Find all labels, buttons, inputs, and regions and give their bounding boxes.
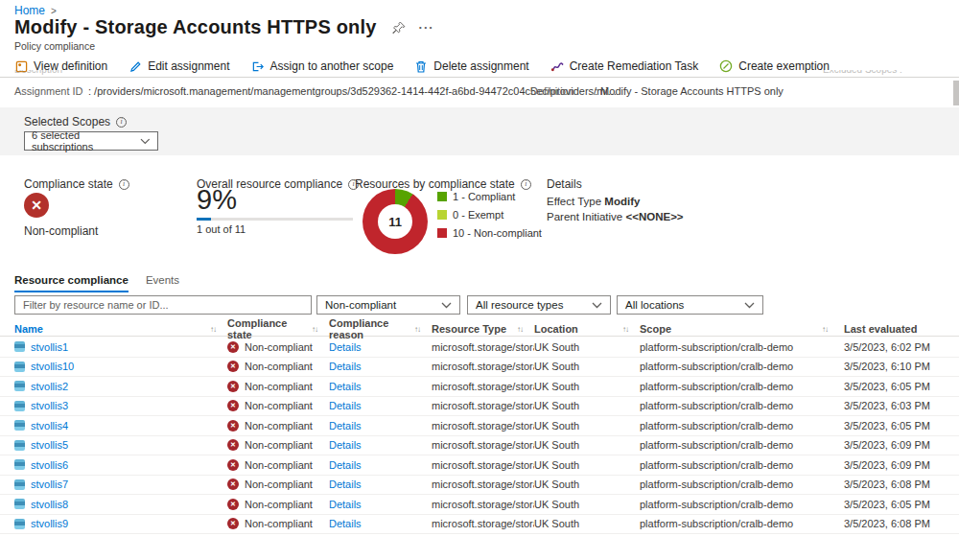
scope-cell: platform-subscription/cralb-demo	[640, 459, 839, 471]
details-link[interactable]: Details	[329, 400, 362, 411]
last-evaluated-cell: 3/5/2023, 6:02 PM	[839, 341, 959, 353]
resource-name-link[interactable]: stvollis7	[31, 478, 68, 490]
last-evaluated-cell: 3/5/2023, 6:08 PM	[839, 478, 959, 490]
location-filter-value: All locations	[625, 299, 684, 311]
info-icon: i	[116, 117, 127, 128]
selected-scopes-label: Selected Scopes i	[24, 115, 127, 128]
details-link[interactable]: Details	[329, 459, 362, 471]
details-link[interactable]: Details	[329, 420, 362, 432]
compliance-state-text: Non-compliant	[245, 361, 313, 372]
resource-name-link[interactable]: stvollis3	[31, 400, 68, 411]
table-row[interactable]: stvollis4 ✕ Non-compliant Details micros…	[0, 416, 959, 436]
storage-account-icon	[14, 479, 25, 490]
page-title: Modify - Storage Accounts HTTPS only	[14, 16, 377, 38]
storage-account-icon	[14, 341, 25, 352]
sort-icon[interactable]: ↑↓	[517, 325, 523, 334]
selected-scopes-dropdown[interactable]: 6 selected subscriptions	[24, 131, 158, 151]
chevron-down-icon	[140, 138, 151, 145]
last-evaluated-cell: 3/5/2023, 6:08 PM	[839, 518, 959, 529]
storage-account-icon	[14, 362, 25, 372]
parent-initiative-label: Parent Initiative	[547, 211, 622, 222]
compliance-state-text: Non-compliant	[245, 400, 313, 411]
location-cell: UK South	[534, 478, 640, 490]
resource-name-link[interactable]: stvollis5	[31, 439, 68, 451]
compliance-state-text: Non-compliant	[245, 459, 313, 471]
column-label: Resource Type	[432, 323, 506, 335]
legend-swatch-noncompliant	[437, 228, 447, 238]
storage-account-icon	[14, 440, 25, 451]
non-compliant-icon: ✕	[227, 478, 239, 490]
compliance-state-cell: ✕ Non-compliant	[227, 439, 329, 451]
sort-icon[interactable]: ↑↓	[622, 325, 628, 334]
legend-label: 1 - Compliant	[453, 191, 515, 202]
resource-type-cell: microsoft.storage/storag...	[432, 361, 534, 372]
sort-icon[interactable]: ↑↓	[414, 325, 420, 334]
clipped-description-label: Description	[14, 70, 62, 75]
details-link[interactable]: Details	[329, 499, 362, 510]
name-cell: stvollis1	[14, 341, 227, 353]
storage-account-icon	[14, 401, 25, 411]
details-link[interactable]: Details	[329, 518, 362, 529]
compliance-state-filter-dropdown[interactable]: Non-compliant	[316, 295, 460, 315]
resource-name-link[interactable]: stvollis1	[31, 341, 68, 353]
page-subtitle: Policy compliance	[14, 40, 95, 52]
details-link[interactable]: Details	[329, 381, 362, 392]
table-row[interactable]: stvollis10 ✕ Non-compliant Details micro…	[0, 358, 959, 378]
details-link[interactable]: Details	[329, 361, 362, 372]
sort-icon[interactable]: ↑↓	[822, 325, 828, 334]
non-compliant-icon: ✕	[227, 361, 239, 372]
resource-name-link[interactable]: stvollis9	[31, 518, 68, 529]
compliance-state-cell: ✕ Non-compliant	[227, 459, 329, 471]
compliance-reason-cell: Details	[329, 341, 432, 353]
location-filter-dropdown[interactable]: All locations	[617, 295, 763, 315]
storage-account-icon	[14, 381, 25, 391]
breadcrumb-home-link[interactable]: Home	[14, 4, 45, 17]
breadcrumb: Home>	[14, 4, 57, 17]
sort-icon[interactable]: ↑↓	[312, 325, 317, 334]
table-row[interactable]: stvollis8 ✕ Non-compliant Details micros…	[0, 495, 959, 515]
storage-account-icon	[14, 420, 25, 431]
storage-account-icon	[14, 519, 25, 529]
resources-chart-text: Resources by compliance state	[355, 177, 515, 191]
resource-name-link[interactable]: stvollis8	[31, 499, 68, 510]
table-row[interactable]: stvollis1 ✕ Non-compliant Details micros…	[0, 338, 959, 358]
compliance-reason-cell: Details	[329, 478, 432, 490]
compliance-state-text: Compliance state	[24, 177, 113, 191]
column-label: Scope	[640, 323, 671, 335]
compliance-state-cell: ✕ Non-compliant	[227, 420, 329, 432]
column-label: Name	[14, 323, 43, 335]
info-icon: i	[521, 179, 531, 190]
compliance-reason-cell: Details	[329, 499, 432, 510]
pin-icon[interactable]	[392, 21, 406, 35]
sort-icon[interactable]: ↑↓	[210, 325, 216, 334]
details-link[interactable]: Details	[329, 439, 362, 451]
compliance-state-text: Non-compliant	[245, 499, 313, 510]
table-row[interactable]: stvollis5 ✕ Non-compliant Details micros…	[0, 436, 959, 456]
overall-compliance-percent: 9%	[197, 184, 237, 216]
tab-events[interactable]: Events	[146, 274, 179, 292]
table-row[interactable]: stvollis2 ✕ Non-compliant Details micros…	[0, 377, 959, 397]
resource-name-link[interactable]: stvollis6	[31, 459, 68, 471]
table-row[interactable]: stvollis9 ✕ Non-compliant Details micros…	[0, 515, 959, 535]
resource-filter-input[interactable]	[14, 295, 312, 315]
name-cell: stvollis7	[14, 478, 227, 490]
compliance-state-text: Non-compliant	[245, 439, 313, 451]
details-link[interactable]: Details	[329, 341, 362, 353]
resource-name-link[interactable]: stvollis10	[31, 361, 74, 372]
table-row[interactable]: stvollis3 ✕ Non-compliant Details micros…	[0, 397, 959, 417]
more-options-button[interactable]: ···	[419, 20, 434, 35]
tab-resource-compliance[interactable]: Resource compliance	[14, 274, 129, 292]
scope-cell: platform-subscription/cralb-demo	[640, 400, 839, 411]
non-compliant-icon: ✕	[227, 459, 239, 471]
location-cell: UK South	[534, 518, 640, 529]
resource-name-link[interactable]: stvollis4	[31, 420, 68, 432]
compliance-state-text: Non-compliant	[245, 341, 313, 353]
resource-name-link[interactable]: stvollis2	[31, 381, 68, 392]
resource-type-cell: microsoft.storage/storag...	[432, 381, 534, 392]
table-row[interactable]: stvollis7 ✕ Non-compliant Details micros…	[0, 476, 959, 496]
resource-type-filter-dropdown[interactable]: All resource types	[467, 295, 611, 315]
tab-bar: Resource compliance Events	[14, 274, 179, 292]
table-row[interactable]: stvollis6 ✕ Non-compliant Details micros…	[0, 455, 959, 476]
details-link[interactable]: Details	[329, 478, 362, 490]
scrollbar-thumb[interactable]	[953, 81, 959, 105]
